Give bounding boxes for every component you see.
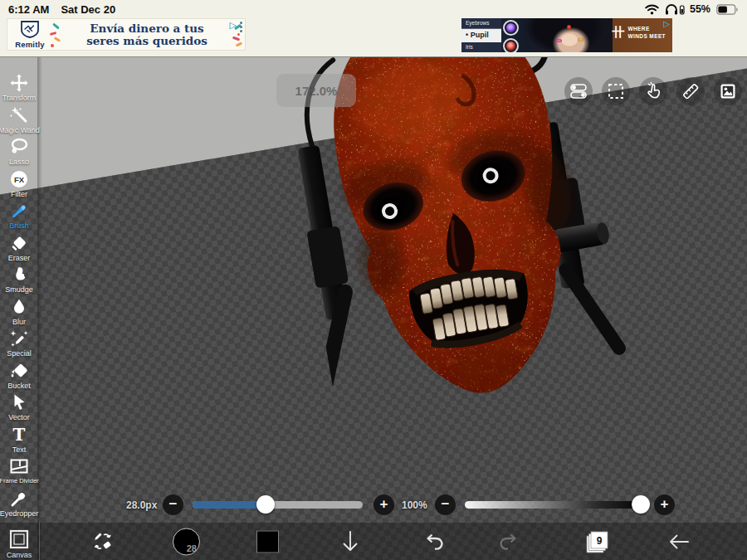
tool-label: Special: [7, 349, 32, 358]
bottom-bar-divider: [39, 523, 40, 560]
wifi-icon: [645, 4, 659, 15]
ad-strip: Remitly Envía dinero a tus seres más que…: [0, 18, 747, 56]
brush-size-slider-fill: [193, 501, 266, 509]
tool-item-text[interactable]: T Text: [0, 425, 38, 457]
ruler-button[interactable]: [676, 77, 705, 105]
tool-item-frame-divider[interactable]: Frame Divider: [0, 456, 38, 489]
gesture-button[interactable]: [639, 77, 667, 105]
brush-preview-button[interactable]: 28: [173, 528, 200, 555]
adchoices-icon[interactable]: ▷: [663, 20, 670, 28]
layer-count: 9: [597, 534, 603, 546]
opacity-plus-button[interactable]: +: [654, 494, 675, 515]
game-menu-item[interactable]: Iris: [461, 42, 501, 52]
tool-sidebar: Transform Magic Wand Lasso FX Filter Bru…: [0, 57, 38, 520]
gesture-hand-icon: [643, 81, 663, 101]
back-arrow-icon: [666, 532, 691, 552]
tool-item-lasso[interactable]: Lasso: [0, 137, 38, 169]
frame-divider-icon: [9, 456, 29, 476]
brush-size-slider[interactable]: [193, 501, 363, 509]
bottom-toolbar: 28 9 Canvas: [0, 523, 747, 560]
brush-size-slider-thumb[interactable]: [256, 495, 275, 514]
move-arrows-icon: [9, 73, 29, 93]
eye-option-red[interactable]: [503, 38, 519, 52]
pen-eraser-swap-icon: [90, 528, 116, 555]
quick-settings-button[interactable]: [564, 77, 593, 105]
opacity-minus-button[interactable]: −: [435, 494, 456, 515]
opacity-slider-thumb[interactable]: [632, 495, 650, 514]
canvas-sheet[interactable]: [0, 56, 747, 560]
tool-item-eraser[interactable]: Eraser: [0, 233, 38, 265]
eraser-icon: [9, 233, 29, 253]
zoom-indicator: 172.0%: [276, 74, 356, 107]
game-ad-menu: Eyebrows • Pupil Iris: [461, 18, 501, 52]
game-menu-item-selected[interactable]: • Pupil: [461, 29, 501, 42]
tool-item-blur[interactable]: Blur: [0, 297, 38, 329]
back-button[interactable]: [666, 532, 691, 552]
redo-icon: [496, 531, 521, 553]
eye-option-purple[interactable]: [503, 20, 519, 36]
undo-button[interactable]: [422, 531, 447, 553]
tool-label: Lasso: [9, 158, 29, 166]
text-icon: T: [9, 425, 29, 445]
tool-item-vector[interactable]: Vector: [0, 392, 38, 425]
tool-label: Transform: [2, 94, 37, 102]
smudge-finger-icon: [9, 265, 29, 285]
brush-size-value: 28.0px: [126, 499, 157, 511]
color-swatch-button[interactable]: [256, 530, 279, 553]
tool-item-magic-wand[interactable]: Magic Wand: [0, 105, 38, 138]
toggles-icon: [569, 81, 588, 101]
pull-down-button[interactable]: [339, 529, 362, 554]
tool-item-filter[interactable]: FX Filter: [0, 169, 38, 202]
slider-row: 28.0px − + 100% − +: [0, 493, 747, 521]
brush-icon: [9, 201, 29, 221]
select-button[interactable]: [602, 77, 630, 105]
game-ad[interactable]: Eyebrows • Pupil Iris 卄 WHERE WINDS MEET…: [461, 18, 672, 52]
adchoices-icon[interactable]: ▷: [230, 21, 237, 30]
layers-button[interactable]: 9: [583, 528, 611, 555]
canvas-icon: [8, 528, 30, 550]
vector-cursor-icon: [9, 392, 29, 412]
svg-text:FX: FX: [14, 175, 25, 184]
ad-kebab-menu-icon[interactable]: [240, 21, 242, 33]
ad-headline: Envía dinero a tus seres más queridos: [62, 22, 232, 46]
ruler-icon: [681, 81, 701, 101]
tool-item-canvas[interactable]: Canvas: [0, 528, 38, 559]
brush-size-minus-button[interactable]: −: [163, 494, 183, 515]
headphones-icon: [665, 3, 685, 15]
opacity-slider[interactable]: [465, 501, 641, 509]
battery-icon: [716, 4, 739, 15]
tool-item-special[interactable]: Special: [0, 329, 38, 361]
svg-text:T: T: [13, 425, 26, 445]
tool-label: Text: [12, 446, 27, 454]
tool-item-bucket[interactable]: Bucket: [0, 361, 38, 393]
status-time: 6:12 AM: [8, 3, 49, 16]
layers-icon: 9: [583, 528, 611, 555]
tool-label: Filter: [11, 190, 27, 198]
material-button[interactable]: [714, 77, 742, 105]
brush-size-badge: 28: [187, 543, 197, 553]
tool-item-transform[interactable]: Transform: [0, 73, 38, 105]
hud-buttons: [555, 77, 742, 105]
magic-wand-icon: [9, 105, 29, 125]
swap-tool-button[interactable]: [90, 528, 116, 555]
game-menu-item[interactable]: Eyebrows: [461, 18, 501, 29]
down-arrow-icon: [339, 529, 362, 554]
remitly-ad[interactable]: Remitly Envía dinero a tus seres más que…: [7, 18, 246, 51]
tool-label: Frame Divider: [0, 477, 39, 485]
tool-label: Smudge: [5, 285, 33, 294]
canvas-viewport: 172.0% Transform: [0, 56, 747, 560]
redo-button[interactable]: [496, 531, 521, 553]
remitly-logo: Remitly: [11, 20, 49, 49]
status-bar: 6:12 AM Sat Dec 20 55%: [0, 0, 747, 18]
tool-item-smudge[interactable]: Smudge: [0, 265, 38, 297]
special-pen-icon: [9, 329, 29, 348]
undo-icon: [422, 531, 447, 553]
image-icon: [718, 81, 738, 101]
app-window: 6:12 AM Sat Dec 20 55% Remitly: [0, 0, 747, 560]
brush-size-plus-button[interactable]: +: [374, 494, 394, 515]
tool-label: Bucket: [7, 382, 31, 390]
tool-item-brush[interactable]: Brush: [0, 201, 38, 233]
tool-label: Magic Wand: [0, 126, 40, 134]
game-ad-logo: 卄 WHERE WINDS MEET: [612, 25, 666, 41]
brush-size-preview: 28: [173, 528, 200, 555]
